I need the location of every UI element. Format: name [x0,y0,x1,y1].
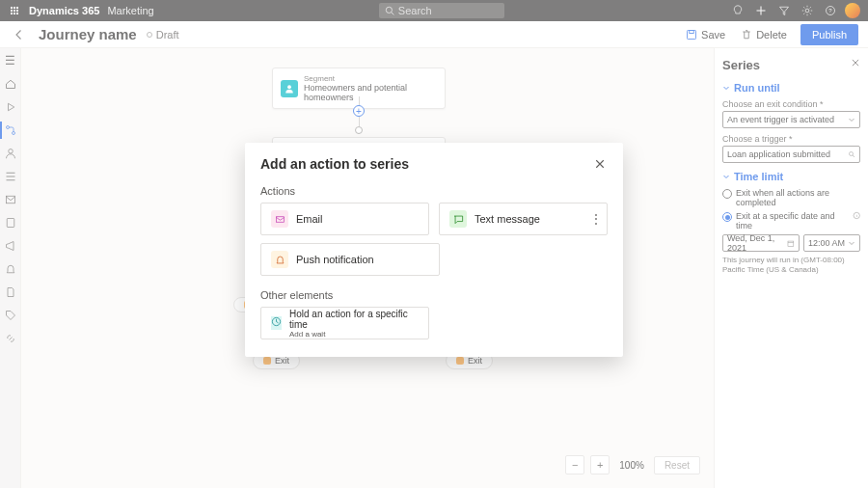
modal-overlay: Add an action to series Actions Email Te… [0,0,868,488]
hold-action-sublabel: Add a wait [289,330,419,339]
chat-icon [449,210,467,228]
bell-icon [271,251,288,268]
hold-action-card[interactable]: Hold an action for a specific time Add a… [260,307,429,339]
add-action-modal: Add an action to series Actions Email Te… [245,143,623,357]
modal-title: Add an action to series [260,156,409,172]
close-modal-button[interactable] [592,156,608,172]
svg-rect-21 [276,216,284,222]
hold-action-label: Hold an action for a specific time [289,309,419,330]
action-email-label: Email [296,213,323,225]
action-push-card[interactable]: Push notification [260,243,440,276]
action-email-card[interactable]: Email [260,203,429,235]
actions-section-label: Actions [260,185,608,197]
action-text-card[interactable]: Text message ⋮ [439,203,608,235]
other-elements-label: Other elements [260,289,608,301]
action-push-label: Push notification [296,254,374,265]
mail-icon [271,210,288,228]
more-icon[interactable]: ⋮ [590,212,601,226]
clock-icon [271,316,282,330]
action-text-label: Text message [475,213,540,225]
